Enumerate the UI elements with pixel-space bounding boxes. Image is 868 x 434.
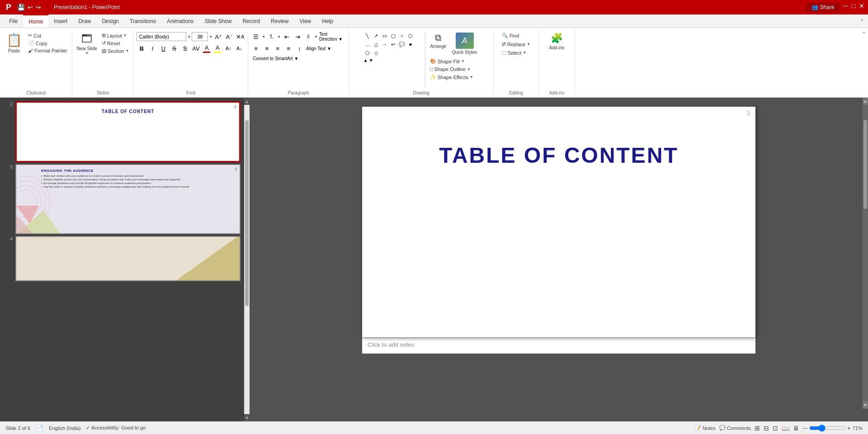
copy-button[interactable]: 📄 Copy xyxy=(26,39,69,47)
shape-tool-7[interactable]: ◇ xyxy=(372,49,380,57)
font-name-input[interactable] xyxy=(137,32,186,41)
tab-slideshow[interactable]: Slide Show xyxy=(199,14,237,28)
char-spacing-button[interactable]: AV xyxy=(191,43,201,53)
line-tool[interactable]: ╲ xyxy=(363,32,372,40)
tab-insert[interactable]: Insert xyxy=(48,14,73,28)
font-size-down-btn[interactable]: A↓ xyxy=(234,43,244,53)
underline-button[interactable]: U xyxy=(158,43,168,53)
slide-thumbnail-2[interactable]: 2 TABLE OF CONTENT xyxy=(15,101,241,162)
quick-styles-button[interactable]: A Quick Styles xyxy=(450,32,479,56)
scrollbar-down-arrow[interactable]: ▼ xyxy=(245,414,249,421)
increase-font-button[interactable]: A⁺ xyxy=(213,32,223,42)
view-slide-sorter-button[interactable]: ⊡ xyxy=(773,425,778,432)
notes-area[interactable]: Click to add notes xyxy=(362,337,755,354)
more-shapes-tool[interactable]: … xyxy=(363,40,372,48)
tab-home[interactable]: Home xyxy=(23,14,48,28)
view-presenter-button[interactable]: 🖥 xyxy=(793,425,799,432)
scrollbar-up-arrow[interactable]: ▲ xyxy=(245,98,249,105)
zoom-out-button[interactable]: ─ xyxy=(803,425,807,432)
slide-thumbnail-3[interactable]: 3 ENGAGING THE AUDIENCE • Make eye conta… xyxy=(15,164,241,234)
font-color-btn[interactable]: A xyxy=(202,43,212,53)
scrollbar-thumb[interactable] xyxy=(245,120,249,306)
tab-help[interactable]: Help xyxy=(316,14,339,28)
pentagon-tool[interactable]: ⬠ xyxy=(363,49,372,57)
slide-outline-icon[interactable]: 📄 xyxy=(36,425,43,432)
tab-transitions[interactable]: Transitions xyxy=(124,14,161,28)
slide-canvas[interactable]: 2 TABLE OF CONTENT xyxy=(362,107,755,337)
tab-file[interactable]: File xyxy=(4,14,23,28)
increase-indent-button[interactable]: ⇥ xyxy=(292,32,302,42)
convert-smartart-button[interactable]: Convert to SmartArt ▼ xyxy=(251,55,300,62)
tab-review[interactable]: Review xyxy=(265,14,294,28)
rounded-rect-tool[interactable]: ▢ xyxy=(389,32,397,40)
share-button[interactable]: 👥 Share xyxy=(806,2,840,12)
star-tool[interactable]: ★ xyxy=(406,40,415,48)
tab-record[interactable]: Record xyxy=(237,14,265,28)
arrow-tool[interactable]: ↗ xyxy=(372,32,380,40)
italic-button[interactable]: I xyxy=(147,43,157,53)
find-button[interactable]: 🔍 Find xyxy=(500,32,521,39)
arrange-button[interactable]: ⧉ Arrange xyxy=(428,32,448,56)
zoom-slider[interactable] xyxy=(809,425,845,432)
align-text-button[interactable]: Align Text ▼ xyxy=(305,43,332,53)
numbering-button[interactable]: ⒈ xyxy=(266,32,276,42)
view-outline-button[interactable]: ⊟ xyxy=(764,425,769,432)
minimize-icon[interactable]: ─ xyxy=(844,2,848,12)
bullets-arrow[interactable]: ▼ xyxy=(262,35,265,39)
accessibility-status[interactable]: ✓ Accessibility: Good to go xyxy=(86,425,146,431)
triangle-tool[interactable]: △ xyxy=(372,40,380,48)
highlight-color-btn[interactable]: A xyxy=(212,43,222,53)
shapes-scroll-down[interactable]: ▼ xyxy=(369,58,373,63)
canvas-scrollbar-right[interactable]: ▲ ▼ xyxy=(863,98,868,409)
align-center-button[interactable]: ≡ xyxy=(262,43,272,53)
callout-tool[interactable]: 💬 xyxy=(398,40,406,48)
save-icon[interactable]: 💾 xyxy=(17,4,25,11)
align-right-button[interactable]: ≡ xyxy=(273,43,283,53)
comments-button[interactable]: 💬 Comments xyxy=(719,425,751,431)
right-arrow-tool[interactable]: → xyxy=(381,40,389,48)
canvas-scroll-down[interactable]: ▼ xyxy=(863,401,868,409)
tab-animations[interactable]: Animations xyxy=(161,14,199,28)
select-button[interactable]: ⬚ Select ▼ xyxy=(500,49,528,57)
font-size-arrow[interactable]: ▼ xyxy=(209,35,212,39)
slide-thumbnail-4[interactable]: 4 xyxy=(15,236,241,281)
paste-button[interactable]: 📋 Paste xyxy=(3,32,25,54)
bent-arrow-tool[interactable]: ↩ xyxy=(389,40,397,48)
section-button[interactable]: ▤ Section ▼ xyxy=(100,47,131,55)
ribbon-collapse-btn[interactable]: ⌃ xyxy=(860,29,868,96)
shape-outline-button[interactable]: □ Shape Outline ▼ xyxy=(428,66,479,73)
tab-draw[interactable]: Draw xyxy=(73,14,96,28)
clear-format-button[interactable]: ✕A xyxy=(235,32,245,42)
align-left-button[interactable]: ≡ xyxy=(251,43,261,53)
canvas-scrollbar-thumb[interactable] xyxy=(863,120,867,209)
zoom-level[interactable]: 71% xyxy=(853,425,863,431)
hexagon-tool[interactable]: ⬡ xyxy=(406,32,415,40)
tab-design[interactable]: Design xyxy=(96,14,124,28)
font-size-up-btn[interactable]: A↑ xyxy=(223,43,233,53)
view-reading-button[interactable]: 📖 xyxy=(782,425,789,432)
columns-button[interactable]: ⫴ xyxy=(303,32,313,42)
new-slide-button[interactable]: 🗔 New Slide ▼ xyxy=(75,32,99,56)
zoom-in-button[interactable]: + xyxy=(847,425,851,432)
close-icon[interactable]: ✕ xyxy=(859,2,864,12)
shapes-scroll-up[interactable]: ▲ xyxy=(363,58,368,63)
bullets-button[interactable]: ☰ xyxy=(251,32,261,42)
canvas-main-title[interactable]: TABLE OF CONTENT xyxy=(362,107,755,168)
shape-effects-button[interactable]: ✨ Shape Effects ▼ xyxy=(428,73,479,81)
canvas-scroll-up[interactable]: ▲ xyxy=(863,98,868,105)
redo-icon[interactable]: ↪ xyxy=(36,4,41,11)
cut-button[interactable]: ✂ Cut xyxy=(26,32,69,39)
maximize-icon[interactable]: □ xyxy=(852,2,855,12)
shape-fill-button[interactable]: 🎨 Shape Fill ▼ xyxy=(428,57,479,65)
reset-button[interactable]: ↺ Reset xyxy=(100,39,131,47)
addins-button[interactable]: 🧩 Add-ins xyxy=(547,32,566,51)
decrease-indent-button[interactable]: ⇤ xyxy=(282,32,292,42)
layout-button[interactable]: ⊞ Layout ▼ xyxy=(100,32,131,39)
text-direction-button[interactable]: Text Direction ▼ xyxy=(319,32,346,42)
shadow-button[interactable]: S xyxy=(180,43,190,53)
columns-arrow[interactable]: ▼ xyxy=(314,35,318,39)
slide-panel-scrollbar[interactable]: ▲ ▼ xyxy=(244,98,250,421)
format-painter-button[interactable]: 🖌 Format Painter xyxy=(26,47,69,54)
line-spacing-button[interactable]: ↕ xyxy=(294,43,304,53)
ribbon-collapse-icon[interactable]: ⌃ xyxy=(860,18,864,24)
